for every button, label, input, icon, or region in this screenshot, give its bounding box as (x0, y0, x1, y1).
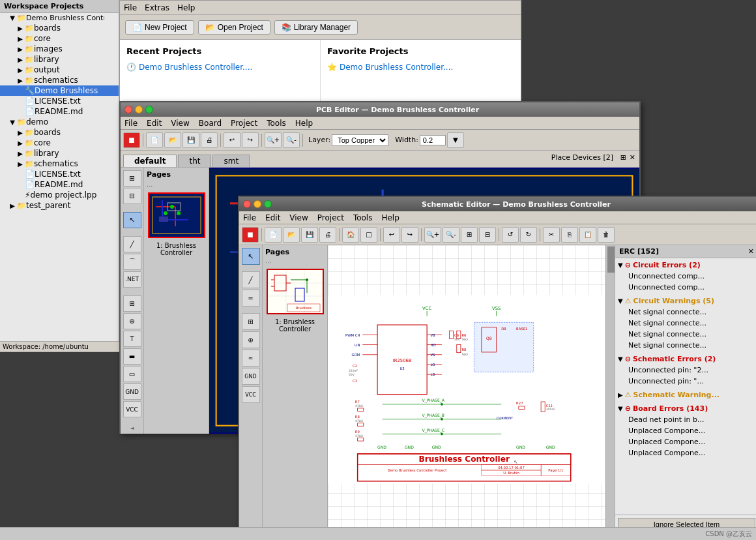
pcb-draw-arc-btn[interactable]: ⌒ (123, 254, 141, 270)
sch-home-btn[interactable]: 🏠 (342, 227, 359, 243)
sch-draw-bus-btn[interactable]: ═ (242, 290, 260, 307)
erc-group-circuit-warnings-header[interactable]: ▼ ⚠ Circuit Warnings (5) (615, 295, 756, 307)
tree-project-demo[interactable]: ▼ 📁 demo (0, 117, 119, 127)
tree-license-2[interactable]: 📄 LICENSE.txt (0, 169, 119, 179)
sch-add-power-btn[interactable]: ⊕ (242, 331, 260, 348)
sch-cut-btn[interactable]: ✂ (543, 227, 560, 243)
sch-vertical-scrollbar[interactable] (605, 245, 615, 533)
pcb-new-btn[interactable]: 📄 (146, 132, 163, 148)
sch-select-btn[interactable]: ↖ (242, 248, 260, 265)
erc-item-unplaced-2[interactable]: Unplaced Compone... (615, 436, 756, 447)
sch-page-1-thumb[interactable]: Brushless (267, 269, 324, 314)
sch-draw-wire-btn[interactable]: ╱ (242, 271, 260, 288)
pcb-add-gnd-btn[interactable]: GND (123, 383, 141, 400)
menu-help[interactable]: Help (177, 3, 195, 12)
new-project-button[interactable]: 📄 New Project (125, 20, 194, 35)
erc-item-unplaced-1[interactable]: Unplaced Compone... (615, 425, 756, 436)
sch-delete-btn[interactable]: 🗑 (598, 227, 615, 243)
sch-zoom-fit-btn[interactable]: ⊞ (461, 227, 478, 243)
erc-item-unconnected-2[interactable]: Unconnected comp... (615, 282, 756, 293)
sch-menu-file[interactable]: File (243, 213, 256, 222)
erc-item-pin-2[interactable]: Unconnected pin: "... (615, 376, 756, 387)
sch-print-btn[interactable]: 🖨 (319, 227, 336, 243)
erc-group-board-errors-header[interactable]: ▼ ⊖ Board Errors (143) (615, 403, 756, 414)
layer-select[interactable]: Top Copper (332, 134, 388, 146)
sch-canvas[interactable]: VCC VSS PWM CH LIN GOM C2 220nF 50V C (328, 245, 605, 533)
pcb-stop-btn[interactable]: ■ (123, 132, 140, 148)
pcb-min-btn[interactable] (135, 106, 143, 113)
pcb-draw-line-btn[interactable]: ╱ (123, 236, 141, 252)
sch-open-btn[interactable]: 📂 (283, 227, 300, 243)
tree-boards-1[interactable]: ▶ 📁 boards (0, 23, 119, 33)
sch-undo-btn[interactable]: ↩ (383, 227, 400, 243)
sch-close-btn[interactable] (243, 200, 251, 208)
pcb-add-vcc-btn[interactable]: VCC (123, 401, 141, 417)
erc-group-circuit-errors-header[interactable]: ▼ ⊖ Circuit Errors (2) (615, 260, 756, 271)
pcb-close-panel-btn[interactable]: ✕ (630, 153, 635, 162)
pcb-close-btn[interactable] (124, 106, 132, 113)
pcb-float-btn[interactable]: ⊞ (620, 153, 626, 162)
sch-drc2-btn[interactable]: ↻ (520, 227, 537, 243)
erc-item-net-3[interactable]: Net signal connecte... (615, 329, 756, 340)
recent-project-link[interactable]: 🕐 Demo Brushless Controller.... (126, 61, 313, 73)
pcb-tab-tht[interactable]: tht (178, 155, 211, 167)
sch-save-btn[interactable]: 💾 (301, 227, 318, 243)
pcb-redo-btn[interactable]: ↪ (242, 132, 259, 148)
tree-library-2[interactable]: ▶ 📁 library (0, 148, 119, 158)
favorite-project-link[interactable]: ⭐ Demo Brushless Controller.... (327, 61, 514, 73)
pcb-undo-btn[interactable]: ↩ (224, 132, 240, 148)
sch-menu-view[interactable]: View (289, 213, 308, 222)
tree-images[interactable]: ▶ 📁 images (0, 44, 119, 54)
sch-min-btn[interactable] (254, 200, 261, 208)
sch-menu-edit[interactable]: Edit (265, 213, 280, 222)
sch-add-comp-btn[interactable]: ⊞ (242, 313, 260, 330)
sch-zoom-out-btn[interactable]: 🔍- (443, 227, 459, 243)
tree-boards-2[interactable]: ▶ 📁 boards (0, 127, 119, 138)
tree-license-1[interactable]: 📄 LICENSE.txt (0, 96, 119, 106)
sch-menu-project[interactable]: Project (317, 213, 344, 222)
pcb-menu-help[interactable]: Help (295, 119, 313, 128)
pcb-menu-tools[interactable]: Tools (267, 119, 286, 128)
erc-close-btn[interactable]: ✕ (748, 247, 754, 256)
pcb-tab-default[interactable]: default (123, 155, 177, 167)
pcb-grid-btn[interactable]: ⊞ (123, 170, 141, 187)
sch-paste-btn[interactable]: 📋 (579, 227, 596, 243)
sch-redo-btn[interactable]: ↪ (401, 227, 418, 243)
pcb-menu-project[interactable]: Project (231, 119, 257, 128)
menu-extras[interactable]: Extras (145, 3, 169, 12)
erc-item-net-1[interactable]: Net signal connecte... (615, 307, 756, 318)
pcb-menu-file[interactable]: File (124, 119, 138, 128)
sch-menu-tools[interactable]: Tools (353, 213, 373, 222)
width-dropdown-btn[interactable]: ▼ (447, 132, 464, 148)
tree-demo-project-lpp[interactable]: ⚡ demo project.lpp (0, 190, 119, 200)
pcb-page-1-thumb[interactable] (148, 192, 205, 238)
sch-menu-help[interactable]: Help (381, 213, 399, 222)
sch-add-net-btn[interactable]: ≈ (242, 350, 260, 367)
tree-core-2[interactable]: ▶ 📁 core (0, 138, 119, 148)
sch-add-gnd-btn[interactable]: GND (242, 368, 260, 385)
pcb-add-plane-btn[interactable]: ▬ (123, 348, 141, 365)
tree-project-demo-brushless[interactable]: ▼ 📁 Demo Brushless Controller (0, 13, 119, 23)
width-input[interactable] (420, 135, 446, 145)
open-project-button[interactable]: 📂 Open Project (198, 20, 270, 35)
sch-zoom-sel-btn[interactable]: ⊟ (479, 227, 496, 243)
pcb-max-btn[interactable] (145, 106, 153, 113)
tree-output[interactable]: ▶ 📁 output (0, 65, 119, 75)
sch-ref-btn[interactable]: □ (360, 227, 377, 243)
sch-copy-btn[interactable]: ⎘ (561, 227, 578, 243)
pcb-menu-view[interactable]: View (171, 119, 189, 128)
tree-core-1[interactable]: ▶ 📁 core (0, 33, 119, 44)
menu-file[interactable]: File (124, 3, 137, 12)
erc-item-dead-net[interactable]: Dead net point in b... (615, 414, 756, 425)
pcb-add-pad-btn[interactable]: ⊕ (123, 313, 141, 329)
sch-drc-btn[interactable]: ↺ (502, 227, 519, 243)
pcb-tab-smt[interactable]: smt (212, 155, 250, 167)
pcb-add-text-btn[interactable]: T (123, 331, 141, 347)
tree-demo-brushless-file[interactable]: 🔧 Demo Brushless (0, 85, 119, 96)
erc-item-unplaced-3[interactable]: Unplaced Compone... (615, 447, 756, 458)
tree-schematics-2[interactable]: ▶ 📁 schematics (0, 158, 119, 169)
tree-readme-1[interactable]: 📄 README.md (0, 106, 119, 117)
pcb-grid2-btn[interactable]: ⊟ (123, 188, 141, 204)
erc-item-pin-1[interactable]: Unconnected pin: "2... (615, 365, 756, 376)
pcb-zoom-out-btn[interactable]: 🔍- (283, 132, 300, 148)
